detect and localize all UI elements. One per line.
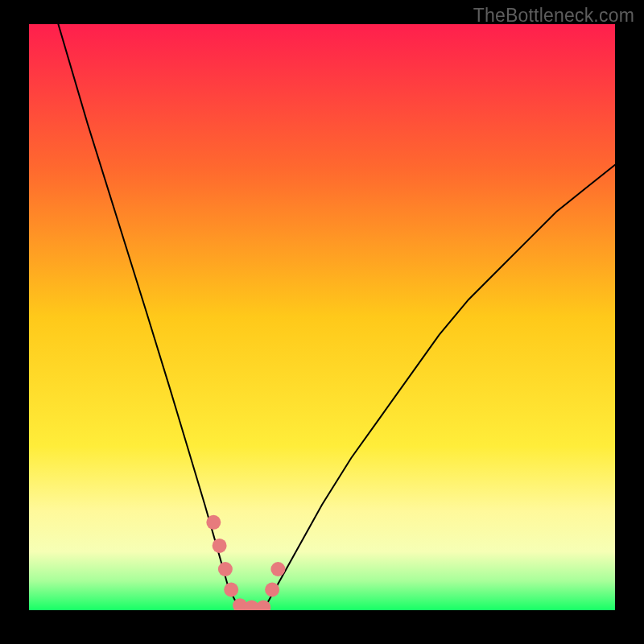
highlight-dot <box>270 562 285 576</box>
chart-frame: TheBottleneck.com <box>0 0 644 644</box>
watermark-text: TheBottleneck.com <box>473 5 634 27</box>
highlight-dot <box>206 515 221 530</box>
highlight-dot <box>218 562 233 576</box>
chart-svg <box>29 24 615 610</box>
highlight-dot <box>213 539 227 553</box>
gradient-background <box>29 24 615 610</box>
highlight-dot <box>224 583 238 597</box>
chart-plot-area <box>29 24 615 610</box>
highlight-dot <box>265 583 279 597</box>
